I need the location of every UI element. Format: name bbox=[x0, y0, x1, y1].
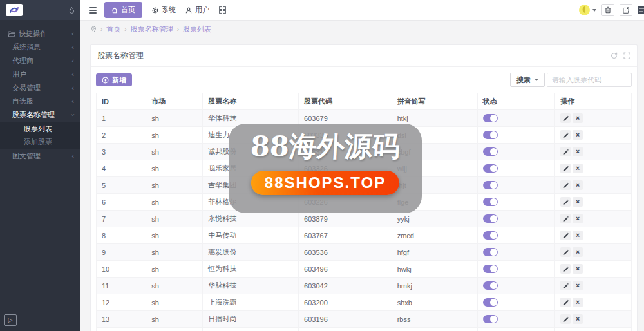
status-toggle[interactable] bbox=[483, 281, 498, 290]
sidebar-item[interactable]: 系统消息 ‹ bbox=[0, 41, 80, 54]
delete-button[interactable]: × bbox=[573, 147, 583, 156]
user-menu[interactable] bbox=[579, 5, 596, 15]
edit-button[interactable] bbox=[560, 264, 571, 274]
edit-button[interactable] bbox=[560, 164, 571, 173]
cell-pinyin: zmcd bbox=[392, 227, 477, 244]
cell-id: 4 bbox=[97, 160, 146, 177]
cell-stock-name: 我乐家居 bbox=[203, 160, 299, 177]
search-filter-button[interactable]: 搜索 bbox=[510, 73, 545, 87]
breadcrumb-home[interactable]: 首页 bbox=[106, 24, 120, 34]
status-toggle[interactable] bbox=[483, 298, 498, 307]
edit-button[interactable] bbox=[560, 147, 571, 156]
sidebar-menu: 快捷操作 ‹ 系统消息 ‹ 代理商 ‹ 用户 ‹ 交易管理 ‹ 自选股 ‹ 股票… bbox=[0, 20, 80, 163]
delete-button[interactable]: × bbox=[573, 113, 583, 123]
sidebar-collapse-button[interactable]: ▷ bbox=[4, 314, 17, 326]
cell-market: sh bbox=[146, 311, 203, 328]
cell-stock-name: 上海洗霸 bbox=[203, 294, 299, 311]
pencil-icon bbox=[563, 266, 569, 272]
delete-button[interactable]: × bbox=[573, 164, 583, 173]
delete-button[interactable]: × bbox=[573, 130, 583, 140]
pencil-icon bbox=[563, 283, 569, 288]
status-toggle[interactable] bbox=[483, 214, 498, 223]
status-toggle[interactable] bbox=[483, 198, 498, 206]
col-status: 状态 bbox=[477, 93, 554, 110]
delete-button[interactable]: × bbox=[573, 314, 583, 324]
status-toggle[interactable] bbox=[483, 147, 498, 156]
cell-pinyin: jhjt bbox=[392, 177, 477, 194]
sidebar-item[interactable]: 图文管理 ‹ bbox=[0, 149, 80, 163]
breadcrumb-stock-name-mgmt[interactable]: 股票名称管理 bbox=[131, 24, 173, 34]
edit-button[interactable] bbox=[560, 231, 571, 240]
col-market: 市场 bbox=[146, 93, 203, 110]
sidebar-item[interactable]: 交易管理 ‹ bbox=[0, 81, 80, 95]
cell-stock-code: 603580 bbox=[299, 328, 392, 331]
pencil-icon bbox=[563, 182, 569, 188]
search-input[interactable] bbox=[547, 73, 632, 87]
cell-id: 9 bbox=[97, 244, 146, 261]
cell-stock-name: 日播时尚 bbox=[203, 311, 299, 328]
tasks-icon[interactable] bbox=[638, 6, 644, 14]
cell-pinyin: hwkj bbox=[392, 261, 477, 278]
edit-button[interactable] bbox=[560, 113, 571, 123]
sidebar-item[interactable]: 用户 ‹ bbox=[0, 68, 80, 81]
status-toggle[interactable] bbox=[483, 114, 498, 122]
delete-button[interactable]: × bbox=[573, 281, 583, 290]
trash-icon[interactable] bbox=[601, 4, 614, 16]
sidebar-subitem[interactable]: 添加股票 bbox=[0, 135, 80, 148]
delete-button[interactable]: × bbox=[573, 231, 583, 240]
cell-stock-name: 华脉科技 bbox=[203, 278, 299, 294]
edit-button[interactable] bbox=[560, 180, 571, 190]
add-button[interactable]: 新增 bbox=[96, 73, 132, 86]
sidebar-item[interactable]: 代理商 ‹ bbox=[0, 54, 80, 68]
delete-button[interactable]: × bbox=[573, 247, 583, 257]
droplet-icon[interactable] bbox=[69, 6, 75, 14]
refresh-icon[interactable] bbox=[611, 52, 618, 59]
cell-stock-name: 诚邦股份 bbox=[203, 144, 299, 160]
edit-button[interactable] bbox=[560, 281, 571, 290]
grid-icon[interactable] bbox=[219, 6, 226, 14]
edit-button[interactable] bbox=[560, 214, 571, 223]
expand-icon[interactable] bbox=[623, 52, 630, 59]
breadcrumb-stock-list[interactable]: 股票列表 bbox=[183, 24, 211, 34]
status-toggle[interactable] bbox=[483, 248, 498, 256]
nav-tab-user[interactable]: 用户 bbox=[185, 5, 209, 15]
nav-tab-system[interactable]: 系统 bbox=[152, 5, 176, 15]
status-toggle[interactable] bbox=[483, 231, 498, 240]
edit-button[interactable] bbox=[560, 314, 571, 324]
status-toggle[interactable] bbox=[483, 265, 498, 273]
sidebar-item[interactable]: 快捷操作 ‹ bbox=[0, 27, 80, 41]
share-square-icon[interactable] bbox=[620, 4, 632, 16]
cell-stock-code: 603196 bbox=[299, 311, 392, 328]
edit-button[interactable] bbox=[560, 247, 571, 257]
table-toolbar: 新增 搜索 bbox=[96, 73, 632, 87]
table-row: 5 sh 吉华集团 603980 jhjt × bbox=[97, 177, 632, 194]
hamburger-icon[interactable] bbox=[89, 7, 97, 14]
edit-button[interactable] bbox=[560, 298, 571, 307]
user-icon bbox=[185, 7, 192, 14]
pencil-icon bbox=[563, 232, 569, 238]
nav-tab-home[interactable]: 首页 bbox=[104, 2, 142, 18]
delete-button[interactable]: × bbox=[573, 298, 583, 307]
cell-stock-name: 中马传动 bbox=[203, 227, 299, 244]
delete-button[interactable]: × bbox=[573, 180, 583, 190]
edit-button[interactable] bbox=[560, 197, 571, 207]
sidebar-subitem[interactable]: 股票列表 bbox=[0, 122, 80, 135]
sidebar-item[interactable]: 自选股 ‹ bbox=[0, 95, 80, 108]
table-row: 11 sh 华脉科技 603042 hmkj × bbox=[97, 278, 632, 294]
delete-button[interactable]: × bbox=[573, 214, 583, 223]
app-logo[interactable] bbox=[6, 4, 23, 16]
swirl-logo-icon bbox=[9, 6, 19, 14]
pencil-icon bbox=[563, 249, 569, 255]
delete-button[interactable]: × bbox=[573, 264, 583, 274]
delete-button[interactable]: × bbox=[573, 197, 583, 207]
cell-stock-code: 603536 bbox=[299, 244, 392, 261]
status-toggle[interactable] bbox=[483, 131, 498, 139]
status-toggle[interactable] bbox=[483, 164, 498, 173]
cell-stock-code: 603767 bbox=[299, 227, 392, 244]
status-toggle[interactable] bbox=[483, 315, 498, 323]
sidebar-item[interactable]: 股票名称管理 ‹ bbox=[0, 108, 80, 122]
status-toggle[interactable] bbox=[483, 181, 498, 189]
edit-button[interactable] bbox=[560, 130, 571, 140]
col-id: ID bbox=[97, 93, 146, 110]
cell-pinyin: wljj bbox=[392, 160, 477, 177]
